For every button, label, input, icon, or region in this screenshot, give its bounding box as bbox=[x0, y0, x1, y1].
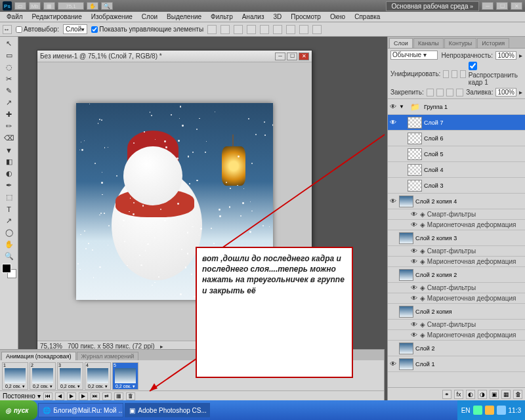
layer-thumb[interactable] bbox=[408, 180, 422, 192]
panel-tab[interactable]: Контуры bbox=[444, 38, 476, 48]
layer-name[interactable]: Слой 3 bbox=[424, 182, 524, 189]
layer-row[interactable]: 👁◈ Марионеточная деформация bbox=[388, 330, 525, 341]
tool[interactable]: 🔍 bbox=[2, 251, 16, 262]
visibility-icon[interactable]: 👁 bbox=[389, 360, 397, 368]
layer-thumb[interactable] bbox=[399, 232, 413, 244]
taskbar-item[interactable]: ▣ Adobe Photoshop CS... bbox=[125, 403, 210, 417]
layer-row[interactable]: Слой 6 bbox=[388, 131, 525, 146]
visibility-icon[interactable] bbox=[389, 234, 397, 242]
doc-max-icon[interactable]: ☐ bbox=[287, 52, 297, 60]
taskbar-item[interactable]: 🌐 Блоги@Mail.Ru: Мой ... bbox=[38, 403, 123, 417]
tool[interactable]: ✒ bbox=[2, 180, 16, 191]
unify-icon[interactable] bbox=[443, 70, 449, 78]
layer-row[interactable]: 👁◈ Смарт-фильтры bbox=[388, 320, 525, 330]
menu-Окно[interactable]: Окно bbox=[326, 12, 349, 21]
layer-name[interactable]: Слой 6 bbox=[424, 135, 524, 142]
tool[interactable]: ▭ bbox=[2, 50, 16, 61]
new-layer-icon[interactable]: ▦ bbox=[501, 390, 511, 399]
visibility-icon[interactable]: 👁 bbox=[389, 119, 397, 127]
min-icon[interactable]: ─ bbox=[482, 2, 494, 10]
layer-thumb[interactable] bbox=[399, 343, 413, 354]
layer-name[interactable]: Слой 2 копия 3 bbox=[415, 235, 524, 242]
next-frame-icon[interactable]: ▶ bbox=[79, 392, 88, 400]
propagate-checkbox[interactable]: Распространить кадр 1 bbox=[469, 62, 522, 86]
autoselect-target[interactable]: Слой ▾ bbox=[63, 24, 87, 34]
align-icon[interactable] bbox=[234, 25, 243, 34]
visibility-icon[interactable]: 👁 bbox=[389, 103, 397, 111]
visibility-icon[interactable] bbox=[389, 271, 397, 279]
fx-icon[interactable]: fx bbox=[454, 390, 463, 399]
tool[interactable]: ◧ bbox=[2, 156, 16, 167]
workspace-picker[interactable]: Основная рабочая среда » bbox=[386, 1, 479, 11]
tool[interactable]: T bbox=[2, 203, 16, 215]
visibility-icon[interactable]: 👁 bbox=[410, 295, 418, 303]
menu-Справка[interactable]: Справка bbox=[350, 12, 384, 21]
color-swatches[interactable] bbox=[2, 264, 16, 278]
layer-row[interactable]: 👁Слой 2 копия 4 bbox=[388, 194, 525, 209]
visibility-icon[interactable]: 👁 bbox=[410, 247, 418, 255]
panel-tab[interactable]: История bbox=[477, 38, 509, 48]
lock-icon[interactable] bbox=[436, 89, 444, 96]
animation-frame[interactable]: 50,2 сек. ▾ bbox=[112, 362, 138, 390]
tool[interactable]: ✏ bbox=[2, 121, 16, 132]
adjustment-icon[interactable]: ◑ bbox=[478, 390, 487, 399]
tool[interactable]: ✚ bbox=[2, 109, 16, 120]
layer-thumb[interactable] bbox=[399, 306, 413, 318]
layer-row[interactable]: 👁◈ Марионеточная деформация bbox=[388, 257, 525, 267]
panel-tab[interactable]: Каналы bbox=[413, 38, 444, 48]
visibility-icon[interactable] bbox=[389, 308, 397, 316]
layer-name[interactable]: Слой 1 bbox=[415, 361, 524, 368]
clock[interactable]: 11:3 bbox=[509, 407, 521, 414]
document-titlebar[interactable]: Без имени-1 @ 75,1% (Слой 7, RGB/8) * ─ … bbox=[37, 51, 312, 62]
blend-mode-select[interactable]: Обычные ▾ bbox=[390, 51, 438, 60]
lang-indicator[interactable]: EN bbox=[461, 407, 471, 414]
align-icon[interactable] bbox=[207, 25, 217, 34]
tool[interactable]: ⬚ bbox=[2, 192, 16, 203]
visibility-icon[interactable]: 👁 bbox=[410, 321, 418, 329]
animation-frame[interactable]: 40,2 сек. ▾ bbox=[85, 362, 111, 390]
align-icon[interactable] bbox=[273, 25, 282, 34]
layer-name[interactable]: Группа 1 bbox=[424, 104, 524, 110]
close-icon[interactable]: ✕ bbox=[511, 2, 522, 10]
tool[interactable]: ◯ bbox=[2, 227, 16, 238]
unify-icon[interactable] bbox=[452, 70, 457, 78]
tool[interactable]: ◐ bbox=[2, 168, 16, 179]
tool[interactable]: ↗ bbox=[2, 97, 16, 108]
visibility-icon[interactable]: 👁 bbox=[410, 221, 418, 229]
align-icon[interactable] bbox=[247, 25, 256, 34]
zoom-icon[interactable]: 🔍 bbox=[101, 2, 113, 10]
visibility-icon[interactable] bbox=[389, 166, 397, 174]
menu-Редактирование[interactable]: Редактирование bbox=[28, 12, 86, 21]
distribute-icon[interactable] bbox=[299, 25, 308, 34]
layer-row[interactable]: 👁◈ Смарт-фильтры bbox=[388, 283, 525, 293]
tool[interactable]: ◌ bbox=[2, 62, 16, 73]
hand-icon[interactable]: ✋ bbox=[87, 2, 98, 10]
layer-thumb[interactable] bbox=[399, 358, 413, 370]
layer-row[interactable]: Слой 3 bbox=[388, 178, 525, 194]
layer-row[interactable]: Слой 2 копия 3 bbox=[388, 230, 525, 246]
layer-thumb[interactable] bbox=[399, 269, 413, 281]
menu-3D[interactable]: 3D bbox=[269, 12, 285, 21]
menu-Анализ[interactable]: Анализ bbox=[238, 12, 268, 21]
layer-row[interactable]: 👁Слой 7 bbox=[388, 115, 525, 131]
layer-thumb[interactable] bbox=[408, 117, 422, 129]
panel-tab[interactable]: Слои bbox=[389, 38, 413, 48]
layer-row[interactable]: 👁◈ Смарт-фильтры bbox=[388, 246, 525, 257]
layer-row[interactable]: 👁◈ Марионеточная деформация bbox=[388, 293, 525, 304]
menu-Выделение[interactable]: Выделение bbox=[163, 12, 205, 21]
layer-row[interactable]: Слой 2 копия 2 bbox=[388, 267, 525, 283]
layer-row[interactable]: Слой 4 bbox=[388, 162, 525, 178]
layer-name[interactable]: Слой 2 копия 4 bbox=[415, 198, 524, 205]
tab-measurements[interactable]: Журнал измерений bbox=[77, 352, 139, 360]
show-controls-checkbox[interactable]: Показать управляющие элементы bbox=[91, 26, 203, 33]
tool[interactable]: ↖ bbox=[2, 38, 16, 49]
doc-close-icon[interactable]: ✕ bbox=[299, 52, 309, 60]
tool[interactable]: ✎ bbox=[2, 85, 16, 96]
unify-icon[interactable] bbox=[460, 70, 466, 78]
fill-input[interactable]: 100% bbox=[495, 88, 516, 96]
tab-animation[interactable]: Анимация (покадровая) bbox=[1, 352, 76, 360]
tool[interactable]: ▼ bbox=[2, 144, 16, 156]
layer-name[interactable]: Слой 2 bbox=[415, 345, 524, 352]
titlebar-btn[interactable]: ▦ bbox=[43, 2, 55, 10]
menu-Фильтр[interactable]: Фильтр bbox=[207, 12, 237, 21]
